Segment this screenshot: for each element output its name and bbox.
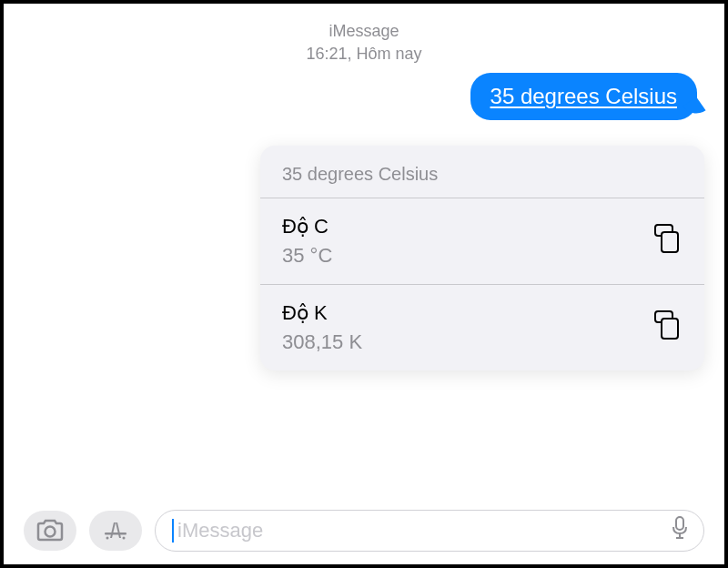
svg-rect-1 [662,319,678,339]
compose-bar: iMessage [4,510,724,552]
message-area: 35 degrees Celsius 35 degrees Celsius Độ… [4,66,724,499]
header-title: iMessage [4,20,724,43]
text-cursor [172,519,174,543]
svg-rect-6 [676,517,683,530]
unit-conversion-popup: 35 degrees Celsius Độ C 35 °C Độ K 308,1… [260,146,704,370]
microphone-icon[interactable] [671,515,689,546]
svg-point-2 [46,527,56,537]
svg-rect-3 [105,532,126,535]
svg-point-4 [106,537,109,540]
conversion-label: Độ K [282,301,362,325]
header-timestamp: 16:21, Hôm nay [4,43,724,66]
copy-icon[interactable] [653,309,682,346]
conversion-value: 308,15 K [282,330,362,354]
copy-icon[interactable] [653,223,682,259]
conversion-label: Độ C [282,215,332,238]
message-text: 35 degrees Celsius [490,84,677,108]
popup-title: 35 degrees Celsius [260,146,704,198]
conversation-header: iMessage 16:21, Hôm nay [4,4,724,66]
message-input[interactable]: iMessage [155,510,704,552]
camera-button[interactable] [24,511,76,551]
svg-rect-0 [662,232,678,252]
conversion-row-celsius[interactable]: Độ C 35 °C [260,198,704,285]
input-placeholder: iMessage [177,519,263,543]
bubble-tail [682,97,705,120]
sent-message-bubble[interactable]: 35 degrees Celsius [470,73,697,120]
conversion-row-kelvin[interactable]: Độ K 308,15 K [260,285,704,370]
svg-point-5 [123,537,126,540]
conversion-value: 35 °C [282,244,332,268]
app-store-button[interactable] [89,511,142,551]
